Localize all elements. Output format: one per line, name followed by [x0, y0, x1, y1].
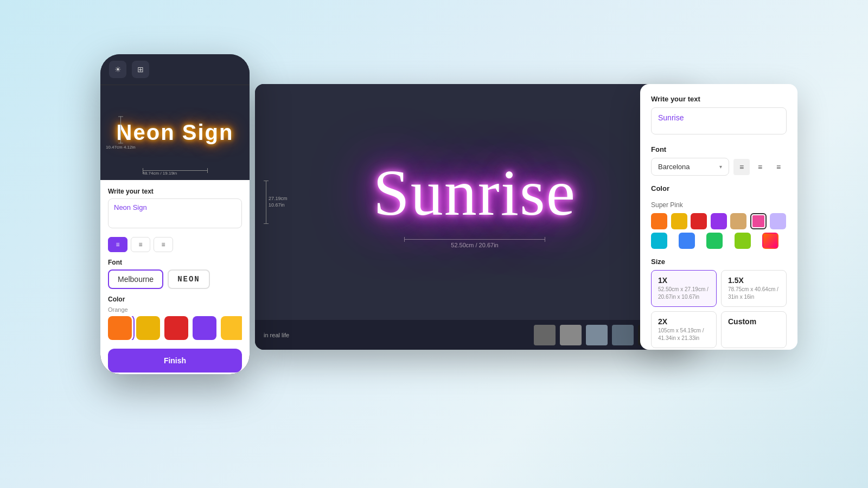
- mobile-form-area: Write your text Neon Sign ≡ ≡ ≡ Font Mel…: [100, 180, 250, 374]
- swatch-lime[interactable]: [735, 233, 751, 249]
- mobile-align-left-button[interactable]: ≡: [108, 237, 127, 252]
- mobile-font-melbourne[interactable]: Melbourne: [108, 269, 163, 289]
- size-grid: 1X 52.50cm x 27.19cm / 20.67in x 10.67in…: [651, 270, 787, 348]
- size-1-5x-label: 1.5X: [728, 276, 780, 285]
- color-grid-row2: [651, 233, 787, 249]
- swatch-yellow[interactable]: [671, 213, 687, 229]
- mobile-align-center-button[interactable]: ≡: [131, 237, 150, 252]
- thumb-4[interactable]: [612, 325, 634, 345]
- thumb-3[interactable]: [586, 325, 608, 345]
- chevron-down-icon: ▾: [719, 164, 722, 170]
- size-section: Size 1X 52.50cm x 27.19cm / 20.67in x 10…: [651, 258, 787, 348]
- swatch-purple[interactable]: [711, 213, 727, 229]
- size-2x-dims: 105cm x 54.19cm / 41.34in x 21.33in: [658, 327, 710, 342]
- mobile-color-section: Color Orange: [108, 296, 242, 340]
- desktop-main: 27.19cm10.67in Sunrise 52.50cm / 20.67in: [255, 84, 694, 320]
- swatch-gradient[interactable]: [762, 233, 778, 249]
- font-label: Font: [651, 145, 787, 153]
- color-label-row: Color: [651, 184, 787, 197]
- mobile-color-sublabel: Orange: [108, 306, 242, 313]
- font-selector-row: Barcelona ▾ ≡ ≡ ≡: [651, 158, 787, 176]
- size-1x[interactable]: 1X 52.50cm x 27.19cm / 20.67in x 10.67in: [651, 270, 717, 307]
- align-center-icon: ≡: [138, 241, 142, 248]
- mobile-swatch-yellow[interactable]: [136, 316, 160, 340]
- color-section: Color Super Pink: [651, 184, 787, 249]
- right-panel: Write your text Sunrise Font Barcelona ▾…: [640, 84, 797, 350]
- size-custom-label: Custom: [728, 317, 780, 326]
- size-1x-dims: 52.50cm x 27.19cm / 20.67in x 10.67in: [658, 286, 710, 301]
- font-section: Font Barcelona ▾ ≡ ≡ ≡: [651, 145, 787, 176]
- mobile-top-bar: ☀ ⊞: [100, 54, 250, 85]
- image-icon-button[interactable]: ⊞: [132, 61, 149, 78]
- desktop-thumbnails-bar: in real life: [255, 320, 694, 350]
- color-sublabel: Super Pink: [651, 201, 787, 209]
- height-indicator: 27.19cm10.67in: [266, 181, 288, 224]
- align-buttons-group: ≡ ≡ ≡: [733, 159, 787, 175]
- mobile-swatch-orange[interactable]: [108, 316, 132, 340]
- mobile-swatch-peach[interactable]: [221, 316, 242, 340]
- mobile-font-section: Font Melbourne NEON: [108, 259, 242, 289]
- align-left-icon: ≡: [116, 241, 119, 248]
- swatch-blue[interactable]: [679, 233, 695, 249]
- swatch-peach[interactable]: [730, 213, 746, 229]
- swatch-red[interactable]: [691, 213, 707, 229]
- size-2x[interactable]: 2X 105cm x 54.19cm / 41.34in x 21.33in: [651, 311, 717, 348]
- mobile-color-label: Color: [108, 296, 242, 303]
- align-right-icon: ≡: [776, 163, 781, 171]
- align-left-button[interactable]: ≡: [733, 159, 750, 175]
- sun-icon-button[interactable]: ☀: [109, 61, 126, 78]
- swatch-orange[interactable]: [651, 213, 667, 229]
- mobile-color-row: [108, 316, 242, 340]
- size-1-5x-dims: 78.75cm x 40.64cm / 31in x 16in: [728, 286, 780, 301]
- mobile-phone: ☀ ⊞ 10.47cm 4.12in Neon Sign 48.74cm / 1…: [100, 54, 250, 374]
- color-label: Color: [651, 184, 669, 192]
- font-selected-label: Barcelona: [658, 163, 690, 171]
- mobile-swatch-purple[interactable]: [193, 316, 216, 340]
- align-left-icon: ≡: [739, 163, 744, 171]
- show-real-life-label: in real life: [264, 332, 289, 338]
- mobile-align-row: ≡ ≡ ≡: [108, 237, 242, 252]
- size-1x-label: 1X: [658, 276, 710, 285]
- size-label: Size: [651, 258, 787, 266]
- canvas-width-label: 52.50cm / 20.67in: [404, 242, 545, 248]
- desktop-window: 27.19cm10.67in Sunrise 52.50cm / 20.67in…: [255, 84, 694, 350]
- mobile-finish-button[interactable]: Finish: [108, 349, 242, 373]
- swatch-pink[interactable]: [750, 213, 767, 229]
- mobile-height-label: 10.47cm 4.12in: [106, 116, 136, 149]
- text-input-field[interactable]: Sunrise: [651, 107, 787, 134]
- size-custom[interactable]: Custom: [721, 311, 787, 348]
- swatch-lavender[interactable]: [770, 213, 786, 229]
- canvas-width-container: 52.50cm / 20.67in: [404, 239, 545, 248]
- color-grid-row1: [651, 213, 787, 229]
- thumb-1[interactable]: [534, 325, 556, 345]
- mobile-align-right-button[interactable]: ≡: [154, 237, 173, 252]
- mobile-font-neon[interactable]: NEON: [168, 269, 210, 289]
- align-center-button[interactable]: ≡: [752, 159, 768, 175]
- write-text-label: Write your text: [651, 95, 787, 103]
- mobile-font-options: Melbourne NEON: [108, 269, 242, 289]
- mobile-width-label: 48.74cm / 19.19in: [143, 170, 208, 176]
- mobile-write-text-label: Write your text: [108, 188, 242, 195]
- font-dropdown-button[interactable]: Barcelona ▾: [651, 158, 729, 176]
- mobile-swatch-red[interactable]: [164, 316, 188, 340]
- swatch-green[interactable]: [706, 233, 723, 249]
- mobile-preview-area: 10.47cm 4.12in Neon Sign 48.74cm / 19.19…: [100, 85, 250, 180]
- font-dropdown-container: Barcelona ▾: [651, 158, 729, 176]
- align-right-button[interactable]: ≡: [770, 159, 787, 175]
- size-2x-label: 2X: [658, 317, 710, 326]
- canvas-area: 27.19cm10.67in Sunrise 52.50cm / 20.67in: [255, 84, 694, 320]
- size-1-5x[interactable]: 1.5X 78.75cm x 40.64cm / 31in x 16in: [721, 270, 787, 307]
- align-right-icon: ≡: [161, 241, 165, 248]
- mobile-font-label: Font: [108, 259, 242, 266]
- canvas-neon-text: Sunrise: [373, 156, 576, 230]
- height-line: [266, 181, 266, 224]
- align-center-icon: ≡: [758, 163, 762, 171]
- thumb-2[interactable]: [560, 325, 582, 345]
- mobile-text-input[interactable]: Neon Sign: [108, 198, 242, 228]
- swatch-cyan[interactable]: [651, 233, 667, 249]
- canvas-height-label: 27.19cm10.67in: [269, 196, 288, 208]
